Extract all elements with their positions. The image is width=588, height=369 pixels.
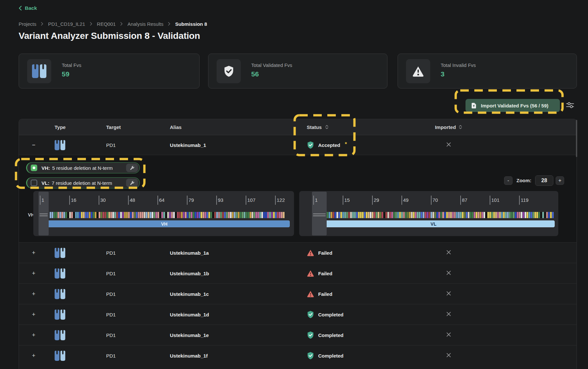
residue-segment <box>87 212 89 218</box>
residue-segment <box>93 212 94 218</box>
residue-segment <box>548 212 550 218</box>
residue-segment <box>128 212 130 218</box>
residue-segment <box>179 212 181 218</box>
import-validated-fvs-button[interactable]: Import Validated Fvs (56 / 59) <box>466 99 560 112</box>
ruler-tick-line <box>431 196 432 205</box>
residue-segment <box>397 212 399 218</box>
residue-segment <box>144 212 145 218</box>
wrench-button[interactable] <box>126 179 138 187</box>
residue-segment <box>120 212 122 218</box>
ruler-tick-line <box>275 196 276 205</box>
residue-segment <box>399 212 401 218</box>
residue-segment <box>378 212 379 218</box>
expand-row-button[interactable]: + <box>32 291 36 297</box>
vh-annotation-bar[interactable]: VH <box>39 220 290 227</box>
residue-segment <box>118 212 120 218</box>
back-button[interactable]: Back <box>19 5 37 11</box>
ruler-tick-label: 16 <box>71 197 76 203</box>
residue-segment <box>199 212 200 218</box>
expand-row-button[interactable]: + <box>32 352 36 359</box>
residue-segment <box>134 212 136 218</box>
residue-segment <box>474 212 475 218</box>
zoom-value[interactable]: 28 <box>535 175 553 186</box>
ruler-tick-label: 49 <box>403 197 409 203</box>
residue-segment <box>448 212 450 218</box>
residue-segment <box>493 212 495 218</box>
residue-segment <box>497 212 499 218</box>
ruler-tick-line <box>460 196 461 205</box>
breadcrumb-item[interactable]: PD1_CD19_IL21 <box>48 21 85 27</box>
residue-segment <box>273 212 275 218</box>
breadcrumb-item[interactable]: Projects <box>19 21 36 27</box>
expand-row-button[interactable]: + <box>32 311 36 318</box>
chain-description: 7 residue deletion at N-term <box>52 180 112 186</box>
residue-segment <box>85 212 87 218</box>
chevron-left-icon <box>19 6 22 11</box>
residue-segment <box>275 212 277 218</box>
vh-checkbox[interactable] <box>31 165 37 171</box>
header-target: Target <box>106 124 166 130</box>
chain-chip-vh[interactable]: VH: 5 residue deletion at N-term <box>26 162 140 173</box>
vl-checkbox[interactable] <box>31 180 37 186</box>
breadcrumb-item[interactable]: REQ001 <box>97 21 116 27</box>
residue-segment <box>206 212 208 218</box>
residue-segment <box>327 212 328 218</box>
table-row[interactable]: + PD1 Ustekinumab_1b Failed <box>19 263 577 283</box>
vl-annotation-bar[interactable]: VL <box>312 220 555 227</box>
residue-segment <box>187 212 188 218</box>
sequence-viewer-vl[interactable]: VL 11529497087101119 <box>299 191 558 236</box>
table-row[interactable]: + PD1 Ustekinumab_1d Completed <box>19 304 577 325</box>
residue-segment <box>546 212 548 218</box>
ruler-tick-line <box>490 196 490 205</box>
breadcrumb-item[interactable]: Analysis Results <box>127 21 163 27</box>
residue-segment <box>429 212 430 218</box>
residue-segment <box>103 212 104 218</box>
residue-segment <box>169 212 171 218</box>
residue-segment <box>167 212 169 218</box>
residue-segment <box>531 212 532 218</box>
residue-segment <box>189 212 190 218</box>
header-imported[interactable]: Imported <box>424 124 473 130</box>
residue-segment <box>342 212 344 218</box>
status-accepted-icon <box>307 141 314 149</box>
expand-row-button[interactable]: + <box>32 270 36 277</box>
expand-row-button[interactable]: + <box>32 249 36 256</box>
table-row[interactable]: + PD1 Ustekinumab_1c Failed <box>19 283 577 304</box>
residue-segment <box>511 212 513 218</box>
residue-segment <box>81 212 83 218</box>
alias-cell: Ustekinumab_1 <box>166 142 303 148</box>
residue-segment <box>279 212 281 218</box>
stat-label: Total Fvs <box>62 62 81 68</box>
zoom-out-button[interactable]: - <box>504 176 513 185</box>
residue-segment <box>364 212 366 218</box>
table-scrollbar[interactable] <box>576 120 577 157</box>
residue-segment <box>253 212 255 218</box>
wrench-button[interactable] <box>126 164 138 172</box>
table-row[interactable]: + PD1 Ustekinumab_1a Failed <box>19 242 577 263</box>
sequence-viewer-vh[interactable]: VH 1163048647993107122 <box>33 191 294 236</box>
residue-segment <box>195 212 196 218</box>
zoom-in-button[interactable]: + <box>556 176 564 185</box>
header-status[interactable]: Status <box>303 124 424 130</box>
gap-line <box>40 216 48 216</box>
alias-cell: Ustekinumab_1d <box>166 312 303 317</box>
sliders-icon[interactable] <box>565 101 575 109</box>
residue-segment <box>462 212 464 218</box>
chain-chip-vl[interactable]: VL: 7 residue deletion at N-term <box>26 177 140 188</box>
expand-row-button[interactable]: + <box>32 332 36 339</box>
residue-segment <box>346 212 348 218</box>
residue-segment <box>159 212 161 218</box>
not-imported-icon <box>446 270 451 275</box>
table-row[interactable]: + PD1 Ustekinumab_1e Completed <box>19 325 577 345</box>
residue-segment <box>203 212 204 218</box>
ruler-tick-label: 15 <box>344 197 350 203</box>
ruler-tick-line <box>128 196 129 205</box>
table-row[interactable]: − PD1 Ustekinumab_1 Accepted * <box>19 135 577 155</box>
residue-segment <box>148 212 149 218</box>
table-row[interactable]: + PD1 Ustekinumab_1f Completed <box>19 345 577 366</box>
residue-segment <box>495 212 497 218</box>
collapse-row-button[interactable]: − <box>32 142 36 149</box>
residue-segment <box>350 212 352 218</box>
residue-segment <box>140 212 141 218</box>
stat-value: 3 <box>441 70 445 78</box>
